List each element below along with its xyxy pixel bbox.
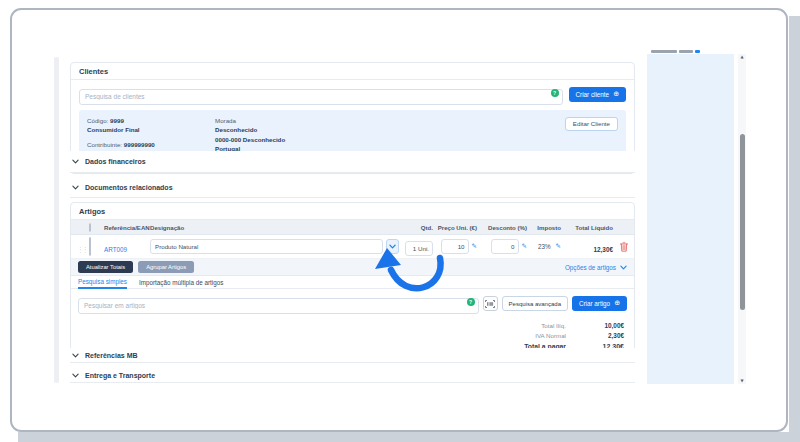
col-qtd: Qtd. [403,224,433,231]
col-desconto: Desconto (%) [483,224,527,231]
preco-input[interactable] [441,239,469,254]
chevron-down-icon [72,373,79,378]
section-referencias-mb[interactable]: Referências MB [70,348,635,363]
artigos-search-tabs: Pesquisa simples Importação múltipla de … [71,276,634,289]
qtd-input[interactable] [405,241,433,256]
tab-pesquisa-simples[interactable]: Pesquisa simples [78,278,127,289]
col-preco: Preço Uni. (€) [433,224,477,231]
col-total-liquido: Total Líquido [561,224,613,231]
pesquisa-avancada-button[interactable]: Pesquisa avançada [502,296,568,311]
barcode-icon [485,300,495,308]
help-icon[interactable]: ? [551,89,559,97]
page-edge-right [789,16,800,442]
scrollbar-thumb[interactable] [740,134,745,310]
opcoes-artigos-dropdown[interactable]: Opções de artigos [565,264,627,271]
iva-row: IVA Normal 2,30€ [71,331,624,341]
plus-circle-icon: ⊕ [613,91,619,98]
artigos-header: Artigos [71,203,634,220]
designacao-dropdown-button[interactable] [386,239,399,254]
col-imposto: Imposto [527,224,561,231]
article-search-input[interactable] [78,298,479,314]
sidepanel-caption [651,50,700,53]
row-total-value: 12,30€ [593,246,613,253]
artigos-table-header: Referência/EAN Designação Qtd. Preço Uni… [71,220,634,235]
client-vat-value: 999999990 [124,141,155,148]
left-scroll-strip [54,57,59,383]
side-preview-panel [647,54,734,384]
barcode-scan-button[interactable] [483,296,498,311]
trash-icon[interactable] [620,242,628,252]
desconto-input[interactable] [491,239,519,254]
section-entrega-transporte[interactable]: Entrega e Transporte [70,368,635,383]
drag-handle[interactable]: ⋮⋮ [77,246,87,253]
scroll-down-icon[interactable]: ▼ [738,379,746,383]
scroll-up-icon[interactable]: ▲ [738,55,746,59]
section-documentos-relacionados[interactable]: Documentos relacionados [70,177,635,198]
client-name: Consumidor Final [87,126,140,133]
designacao-input[interactable] [150,239,383,254]
article-reference-link[interactable]: ART009 [104,246,127,253]
clientes-title: Clientes [79,67,108,76]
client-vat-label: Contribuinte: [87,141,122,148]
artigos-toolbar: Atualizar Totais Agrupar Artigos Opções … [71,259,634,276]
help-icon[interactable]: ? [467,298,475,306]
plus-circle-icon: ⊕ [614,300,620,307]
agrupar-artigos-button[interactable]: Agrupar Artigos [138,261,194,273]
client-search-input[interactable] [79,89,563,105]
client-address-line1: Desconhecido [215,126,257,133]
edit-preco-icon[interactable]: ✎ [472,243,477,250]
artigos-card: Artigos Referência/EAN Designação Qtd. P… [70,202,635,361]
imposto-value: 23% [538,243,551,250]
edit-client-button[interactable]: Editar Cliente [565,117,618,131]
atualizar-totais-button[interactable]: Atualizar Totais [78,261,133,273]
chevron-down-icon [72,159,79,164]
sidepanel-caption-icon [695,50,700,53]
create-client-button[interactable]: Criar cliente ⊕ [569,87,626,102]
chevron-down-icon [620,265,627,270]
client-code-label: Código: [87,117,108,124]
tab-importacao-multipla[interactable]: Importação múltipla de artigos [139,279,223,288]
article-row: ⋮⋮ ART009 ✎ ✎ 23% ✎ 12,30€ [71,235,634,259]
client-address-label: Morada [215,116,618,126]
section-dados-financeiros[interactable]: Dados financeiros [70,151,635,173]
create-article-button[interactable]: Criar artigo ⊕ [572,296,627,311]
clientes-header: Clientes [71,63,634,80]
app-window: Clientes ? Criar cliente ⊕ Código: 9999 … [10,8,788,432]
chevron-down-icon [389,244,396,249]
client-address-line2: 0000-000 Desconhecido [215,136,285,143]
artigos-title: Artigos [79,207,105,216]
col-designacao: Designação [150,224,386,231]
col-referencia: Referência/EAN [104,224,150,231]
client-code-value: 9999 [110,117,124,124]
chevron-down-icon [72,185,79,190]
select-all-checkbox[interactable] [89,223,91,232]
row-checkbox[interactable] [89,237,91,256]
vertical-scrollbar[interactable]: ▲ ▼ [738,54,746,384]
page-edge-bottom [18,432,800,442]
total-iliq-row: Total Ilíq. 10,00€ [71,321,624,331]
chevron-down-icon [72,353,79,358]
